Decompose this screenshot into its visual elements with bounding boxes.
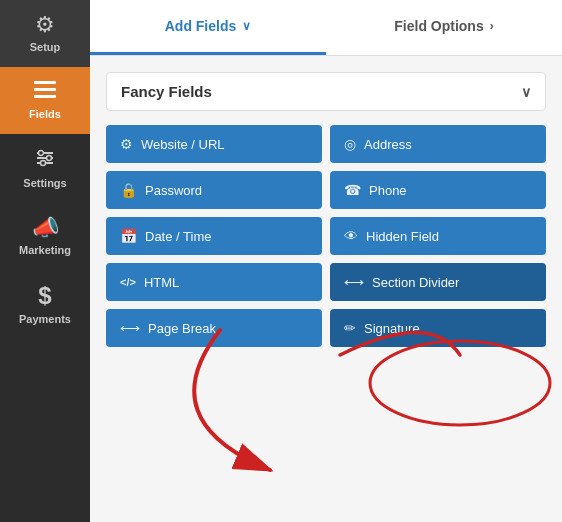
sidebar-label-settings: Settings (23, 177, 66, 189)
field-btn-html-label: HTML (144, 275, 179, 290)
fields-content: Fancy Fields ∨ ⚙ Website / URL ◎ Address… (90, 56, 562, 522)
field-btn-website-url-label: Website / URL (141, 137, 225, 152)
field-btn-date-time[interactable]: 📅 Date / Time (106, 217, 322, 255)
field-btn-date-time-label: Date / Time (145, 229, 211, 244)
field-btn-address[interactable]: ◎ Address (330, 125, 546, 163)
html-icon: </> (120, 276, 136, 288)
sidebar-item-fields[interactable]: Fields (0, 67, 90, 134)
field-btn-html[interactable]: </> HTML (106, 263, 322, 301)
tabs-bar: Add Fields ∨ Field Options › (90, 0, 562, 56)
tab-add-fields[interactable]: Add Fields ∨ (90, 0, 326, 55)
section-title: Fancy Fields (121, 83, 212, 100)
svg-point-7 (47, 156, 52, 161)
tab-add-fields-label: Add Fields (165, 18, 237, 34)
svg-rect-1 (34, 88, 56, 91)
svg-point-6 (39, 151, 44, 156)
page-break-icon: ⟷ (120, 320, 140, 336)
field-btn-page-break[interactable]: ⟷ Page Break (106, 309, 322, 347)
sidebar-label-marketing: Marketing (19, 244, 71, 256)
add-fields-chevron-icon: ∨ (242, 19, 251, 33)
svg-rect-2 (34, 95, 56, 98)
field-btn-hidden-field-label: Hidden Field (366, 229, 439, 244)
field-btn-page-break-label: Page Break (148, 321, 216, 336)
sidebar-item-marketing[interactable]: 📣 Marketing (0, 203, 90, 270)
field-btn-password[interactable]: 🔒 Password (106, 171, 322, 209)
fancy-fields-section-header[interactable]: Fancy Fields ∨ (106, 72, 546, 111)
field-btn-website-url[interactable]: ⚙ Website / URL (106, 125, 322, 163)
phone-icon: ☎ (344, 182, 361, 198)
sidebar: ⚙ Setup Fields Settings 📣 Mar (0, 0, 90, 522)
payments-icon: $ (38, 284, 51, 308)
sidebar-label-payments: Payments (19, 313, 71, 325)
sidebar-item-settings[interactable]: Settings (0, 134, 90, 203)
field-btn-signature-label: Signature (364, 321, 420, 336)
marketing-icon: 📣 (32, 217, 59, 239)
section-chevron-icon: ∨ (521, 84, 531, 100)
field-btn-address-label: Address (364, 137, 412, 152)
section-divider-icon: ⟷ (344, 274, 364, 290)
address-icon: ◎ (344, 136, 356, 152)
hidden-field-icon: 👁 (344, 228, 358, 244)
signature-icon: ✏ (344, 320, 356, 336)
field-btn-signature[interactable]: ✏ Signature (330, 309, 546, 347)
svg-point-8 (41, 161, 46, 166)
field-btn-hidden-field[interactable]: 👁 Hidden Field (330, 217, 546, 255)
field-btn-section-divider-label: Section Divider (372, 275, 459, 290)
password-icon: 🔒 (120, 182, 137, 198)
sidebar-label-setup: Setup (30, 41, 61, 53)
field-options-chevron-icon: › (490, 19, 494, 33)
tab-field-options[interactable]: Field Options › (326, 0, 562, 55)
tab-field-options-label: Field Options (394, 18, 483, 34)
sidebar-item-setup[interactable]: ⚙ Setup (0, 0, 90, 67)
settings-icon (35, 148, 55, 172)
field-btn-phone-label: Phone (369, 183, 407, 198)
gear-icon: ⚙ (35, 14, 55, 36)
field-btn-password-label: Password (145, 183, 202, 198)
website-url-icon: ⚙ (120, 136, 133, 152)
field-btn-section-divider[interactable]: ⟷ Section Divider (330, 263, 546, 301)
main-content: Add Fields ∨ Field Options › Fancy Field… (90, 0, 562, 522)
fields-icon (34, 81, 56, 103)
sidebar-label-fields: Fields (29, 108, 61, 120)
field-btn-phone[interactable]: ☎ Phone (330, 171, 546, 209)
svg-rect-0 (34, 81, 56, 84)
date-time-icon: 📅 (120, 228, 137, 244)
sidebar-item-payments[interactable]: $ Payments (0, 270, 90, 339)
fields-grid: ⚙ Website / URL ◎ Address 🔒 Password ☎ P… (106, 125, 546, 347)
